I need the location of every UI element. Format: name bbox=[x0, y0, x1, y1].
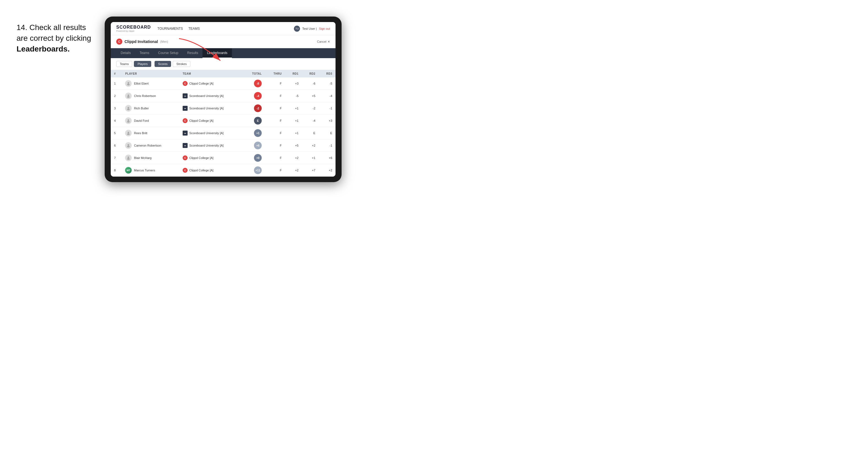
player-avatar bbox=[125, 80, 132, 87]
cell-team: ▬Scoreboard University [A] bbox=[179, 139, 243, 152]
cell-thru: F bbox=[265, 102, 285, 115]
cell-rd1: +2 bbox=[285, 152, 302, 164]
team-name: Scoreboard University [A] bbox=[189, 94, 224, 97]
cell-total: -8 bbox=[243, 77, 265, 90]
filter-teams[interactable]: Teams bbox=[116, 61, 132, 67]
cell-team: ▬Scoreboard University [A] bbox=[179, 90, 243, 102]
table-header-row: # PLAYER TEAM TOTAL THRU RD1 RD2 RD3 bbox=[111, 70, 336, 77]
instruction-text: 14. Check all results are correct by cli… bbox=[17, 22, 105, 55]
cell-rd1: +3 bbox=[285, 77, 302, 90]
player-name: Rees Britt bbox=[134, 131, 147, 135]
cell-rank: 1 bbox=[111, 77, 122, 90]
col-team: TEAM bbox=[179, 70, 243, 77]
col-total: TOTAL bbox=[243, 70, 265, 77]
cell-thru: F bbox=[265, 164, 285, 177]
table-row: 5Rees Britt▬Scoreboard University [A]+1F… bbox=[111, 127, 336, 139]
tab-details[interactable]: Details bbox=[116, 48, 135, 58]
cell-thru: F bbox=[265, 77, 285, 90]
cell-rd1: +5 bbox=[285, 139, 302, 152]
svg-point-9 bbox=[128, 132, 129, 133]
cell-rank: 6 bbox=[111, 139, 122, 152]
cell-rd3: -1 bbox=[319, 139, 336, 152]
cell-rd1: -5 bbox=[285, 90, 302, 102]
team-name: Scoreboard University [A] bbox=[189, 131, 224, 135]
player-name: Rich Butler bbox=[134, 106, 149, 110]
team-logo: ▬ bbox=[183, 131, 188, 135]
cell-rank: 4 bbox=[111, 115, 122, 127]
tablet-section: SCOREBOARD Powered by clippd TOURNAMENTS… bbox=[105, 17, 851, 182]
logo-text: SCOREBOARD bbox=[116, 25, 151, 30]
tabs-bar: Details Teams Course Setup Results Leade… bbox=[111, 48, 336, 58]
player-name: David Ford bbox=[134, 119, 149, 122]
tournament-gender: (Men) bbox=[160, 40, 168, 43]
svg-point-11 bbox=[128, 144, 129, 146]
cell-rd2: +2 bbox=[302, 139, 319, 152]
table-row: 4David FordCClippd College [A]EF+1-4+3 bbox=[111, 115, 336, 127]
sign-out-link[interactable]: Sign out bbox=[319, 27, 330, 30]
top-section: 14. Check all results are correct by cli… bbox=[17, 17, 851, 182]
cell-rd3: E bbox=[319, 127, 336, 139]
tab-teams[interactable]: Teams bbox=[135, 48, 154, 58]
cell-rank: 7 bbox=[111, 152, 122, 164]
cell-rd2: E bbox=[302, 127, 319, 139]
nav-teams[interactable]: TEAMS bbox=[188, 27, 200, 31]
filter-players[interactable]: Players bbox=[134, 61, 151, 67]
cell-rd1: +1 bbox=[285, 102, 302, 115]
cell-player: Rees Britt bbox=[122, 127, 179, 139]
col-rd1: RD1 bbox=[285, 70, 302, 77]
player-avatar bbox=[125, 155, 132, 161]
instruction-line1: 14. Check all results bbox=[17, 23, 86, 32]
svg-point-10 bbox=[127, 133, 130, 135]
logo-area: SCOREBOARD Powered by clippd bbox=[116, 25, 151, 32]
cell-thru: F bbox=[265, 152, 285, 164]
cell-total: -2 bbox=[243, 102, 265, 115]
col-rd2: RD2 bbox=[302, 70, 319, 77]
cell-rd1: +1 bbox=[285, 127, 302, 139]
page-layout: 14. Check all results are correct by cli… bbox=[5, 8, 863, 190]
tournament-title: C Clippd Invitational (Men) bbox=[116, 38, 168, 44]
logo-sub: Powered by clippd bbox=[116, 30, 151, 32]
player-name: Chris Robertson bbox=[134, 94, 156, 97]
team-logo: C bbox=[183, 118, 188, 123]
table-row: 3Rich Butler▬Scoreboard University [A]-2… bbox=[111, 102, 336, 115]
cell-team: CClippd College [A] bbox=[179, 77, 243, 90]
nav-tournaments[interactable]: TOURNAMENTS bbox=[158, 27, 183, 31]
svg-point-6 bbox=[127, 108, 130, 110]
tab-results[interactable]: Results bbox=[183, 48, 203, 58]
cell-rank: 8 bbox=[111, 164, 122, 177]
table-row: 7Blair McHargCClippd College [A]+0F+2+1+… bbox=[111, 152, 336, 164]
svg-point-1 bbox=[128, 82, 129, 84]
cell-rd2: -6 bbox=[302, 77, 319, 90]
cell-player: MTMarcus Turners bbox=[122, 164, 179, 177]
user-name: Test User | bbox=[302, 27, 316, 30]
cell-player: Rich Butler bbox=[122, 102, 179, 115]
cell-total: -4 bbox=[243, 90, 265, 102]
team-name: Clippd College [A] bbox=[189, 156, 214, 159]
player-avatar: MT bbox=[125, 167, 132, 174]
player-name: Elliot Ebert bbox=[134, 82, 149, 85]
cell-thru: F bbox=[265, 139, 285, 152]
cancel-button[interactable]: Cancel ✕ bbox=[317, 40, 330, 43]
nav-left: SCOREBOARD Powered by clippd TOURNAMENTS… bbox=[116, 25, 200, 32]
cell-rd2: +1 bbox=[302, 152, 319, 164]
cell-thru: F bbox=[265, 90, 285, 102]
col-player: PLAYER bbox=[122, 70, 179, 77]
filter-scores[interactable]: Scores bbox=[155, 61, 171, 67]
cell-team: ▬Scoreboard University [A] bbox=[179, 102, 243, 115]
leaderboard-table: # PLAYER TEAM TOTAL THRU RD1 RD2 RD3 bbox=[111, 70, 336, 177]
team-name: Scoreboard University [A] bbox=[189, 106, 224, 110]
tab-leaderboards[interactable]: Leaderboards bbox=[203, 48, 232, 58]
svg-point-14 bbox=[127, 158, 130, 160]
player-name: Cameron Robertson bbox=[134, 144, 161, 147]
tab-course-setup[interactable]: Course Setup bbox=[154, 48, 183, 58]
filter-strokes[interactable]: Strokes bbox=[173, 61, 190, 67]
cell-rd2: -4 bbox=[302, 115, 319, 127]
team-logo: C bbox=[183, 168, 188, 173]
cell-rd3: -5 bbox=[319, 77, 336, 90]
cell-rd2: +5 bbox=[302, 90, 319, 102]
team-name: Clippd College [A] bbox=[189, 82, 214, 85]
team-logo: ▬ bbox=[183, 93, 188, 98]
cell-player: Chris Robertson bbox=[122, 90, 179, 102]
team-name: Scoreboard University [A] bbox=[189, 144, 224, 147]
cell-total: +6 bbox=[243, 139, 265, 152]
